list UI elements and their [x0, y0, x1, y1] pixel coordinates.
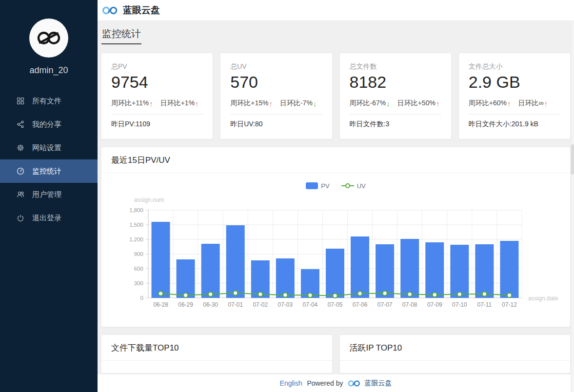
stat-label: 文件总大小: [469, 62, 560, 71]
svg-text:07-02: 07-02: [253, 301, 268, 308]
content: 监控统计 总PV 9754 周环比+11%↑ 日环比+1%↑ 昨日PV:1109…: [98, 21, 574, 374]
vertical-scrollbar-track[interactable]: [571, 21, 574, 392]
trend-up-icon: ↑: [195, 99, 199, 108]
top10-active-ip-panel: 活跃IP TOP10: [339, 334, 571, 373]
trend-up-icon: ↑: [544, 99, 548, 108]
top-header: 蓝眼云盘: [98, 0, 574, 21]
sidebar-item-my-shares[interactable]: 我的分享: [0, 113, 98, 136]
stat-value: 2.9 GB: [469, 73, 560, 92]
trend-up-icon: ↑: [507, 99, 511, 108]
legend-label: UV: [357, 182, 366, 190]
sidebar-item-site-settings[interactable]: 网站设置: [0, 136, 98, 159]
svg-text:1,500: 1,500: [129, 222, 143, 228]
trend-up-icon: ↑: [149, 99, 153, 108]
language-link[interactable]: English: [280, 379, 302, 387]
legend-item-pv[interactable]: PV: [306, 182, 329, 190]
vertical-scrollbar-thumb[interactable]: [571, 144, 574, 175]
sidebar-item-all-files[interactable]: 所有文件: [0, 89, 98, 113]
trend-down-icon: ↓: [386, 99, 390, 108]
chart-area[interactable]: 03006009001,2001,5001,80006-2806-2906-30…: [101, 194, 570, 319]
stat-footer: 昨日文件大小:201.9 kB: [469, 120, 560, 129]
sidebar: admin_20 所有文件 我的分享 网站设置: [0, 0, 98, 392]
sidebar-item-monitor-stats[interactable]: 监控统计: [0, 159, 98, 183]
sidebar-item-label: 我的分享: [32, 120, 61, 129]
sidebar-item-label: 所有文件: [32, 97, 61, 106]
sidebar-item-label: 监控统计: [32, 167, 61, 176]
svg-text:07-04: 07-04: [303, 301, 318, 308]
trend-up-icon: ↑: [436, 99, 440, 108]
svg-text:07-01: 07-01: [228, 301, 243, 308]
app-root: admin_20 所有文件 我的分享 网站设置: [0, 0, 574, 392]
svg-text:07-10: 07-10: [452, 301, 467, 308]
stat-value: 9754: [111, 73, 203, 92]
sidebar-item-label: 网站设置: [32, 143, 61, 153]
sidebar-item-logout[interactable]: 退出登录: [0, 206, 98, 230]
svg-text:07-09: 07-09: [427, 301, 442, 308]
pvuv-chart-svg[interactable]: 03006009001,2001,5001,80006-2806-2906-30…: [101, 194, 569, 317]
brand-infinity-logo-icon[interactable]: [102, 5, 119, 16]
svg-text:300: 300: [134, 280, 143, 286]
svg-text:600: 600: [134, 266, 143, 272]
legend-item-uv[interactable]: UV: [341, 182, 366, 190]
grid-icon: [16, 97, 25, 105]
sidebar-item-user-management[interactable]: 用户管理: [0, 183, 98, 206]
stat-value: 570: [230, 73, 322, 92]
stat-footer: 昨日PV:1109: [111, 120, 203, 129]
footer-brand-link[interactable]: 蓝眼云盘: [348, 379, 392, 388]
top10-active-ip-title: 活跃IP TOP10: [340, 335, 571, 361]
svg-text:07-03: 07-03: [278, 301, 293, 308]
svg-text:06-30: 06-30: [203, 301, 218, 308]
stat-card-total-pv: 总PV 9754 周环比+11%↑ 日环比+1%↑ 昨日PV:1109: [101, 53, 213, 139]
trend-row: 周环比-67%↓ 日环比+50%↑: [350, 99, 441, 108]
divider: [230, 114, 322, 115]
pvuv-chart-panel: 最近15日PV/UV PVUV 03006009001,2001,5001,80…: [101, 147, 571, 327]
page-title: 监控统计: [101, 27, 141, 44]
users-icon: [16, 190, 25, 199]
stat-card-total-uv: 总UV 570 周环比+15%↑ 日环比-7%↓ 昨日UV:80: [220, 53, 332, 139]
svg-text:06-29: 06-29: [178, 301, 193, 308]
svg-text:1,200: 1,200: [129, 236, 143, 242]
svg-text:06-28: 06-28: [153, 301, 168, 308]
powered-by-text: Powered by: [307, 379, 343, 387]
divider: [350, 114, 441, 115]
sidebar-nav: 所有文件 我的分享 网站设置 监控统计: [0, 89, 98, 230]
gear-icon: [16, 143, 25, 152]
stat-value: 8182: [350, 73, 441, 92]
svg-text:07-07: 07-07: [377, 301, 393, 308]
day-trend: 日环比-7%: [280, 99, 313, 108]
day-trend: 日环比+1%: [160, 99, 195, 108]
legend-label: PV: [321, 182, 329, 190]
trend-up-icon: ↑: [269, 99, 273, 108]
trend-row: 周环比+11%↑ 日环比+1%↑: [111, 99, 203, 108]
main-area: 蓝眼云盘 监控统计 总PV 9754 周环比+11%↑ 日环比+1%↑ 昨日PV…: [98, 0, 574, 392]
svg-text:07-11: 07-11: [477, 301, 492, 308]
day-trend: 日环比+50%: [397, 99, 435, 108]
avatar-wrap: [0, 19, 98, 58]
svg-text:1,800: 1,800: [129, 207, 143, 213]
top10-downloads-title: 文件下载量TOP10: [101, 335, 332, 361]
svg-text:07-05: 07-05: [328, 301, 343, 308]
footer-brand-text: 蓝眼云盘: [364, 379, 392, 388]
stat-label: 总文件数: [350, 62, 441, 71]
share-icon: [16, 120, 25, 129]
page-footer: English Powered by 蓝眼云盘: [98, 374, 574, 392]
week-trend: 周环比-67%: [350, 99, 386, 108]
stat-footer: 昨日UV:80: [230, 120, 322, 129]
app-title[interactable]: 蓝眼云盘: [123, 4, 160, 17]
week-trend: 周环比+11%: [111, 99, 149, 108]
sidebar-item-label: 退出登录: [32, 214, 61, 223]
svg-text:07-08: 07-08: [402, 301, 417, 308]
avatar[interactable]: [29, 19, 68, 58]
username: admin_20: [0, 65, 98, 76]
svg-text:0: 0: [140, 295, 143, 301]
brand-infinity-logo-dark: [35, 29, 62, 47]
svg-text:assign.num: assign.num: [134, 196, 164, 203]
chart-panel-title: 最近15日PV/UV: [101, 147, 570, 173]
stat-card-total-files: 总文件数 8182 周环比-67%↓ 日环比+50%↑ 昨日文件数:3: [339, 53, 452, 139]
gauge-icon: [16, 167, 25, 176]
day-trend: 日环比∞: [518, 99, 543, 108]
power-icon: [16, 214, 25, 222]
legend-line-marker: [341, 185, 354, 186]
trend-row: 周环比+15%↑ 日环比-7%↓: [230, 99, 322, 108]
stat-label: 总UV: [230, 62, 322, 71]
